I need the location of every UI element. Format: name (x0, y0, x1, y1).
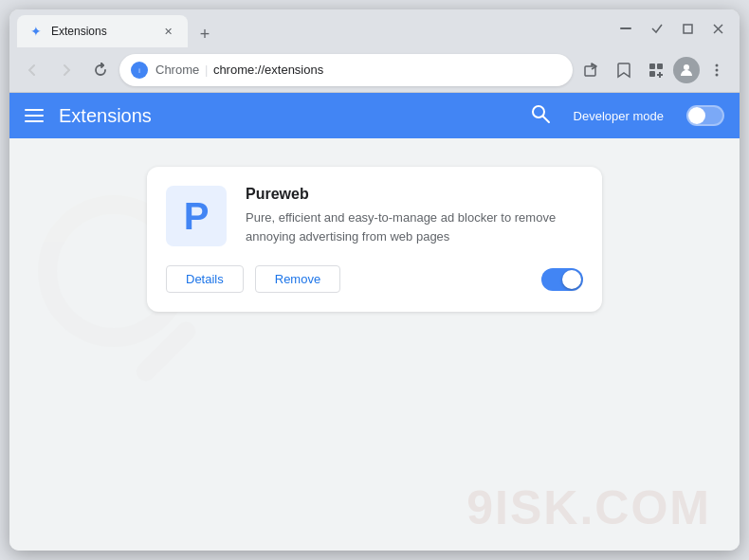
bookmark-button[interactable] (609, 55, 639, 85)
address-url: chrome://extensions (213, 63, 323, 77)
tab-close-button[interactable]: ✕ (159, 23, 176, 40)
extension-description: Pure, efficient and easy-to-manage ad bl… (246, 208, 583, 245)
hamburger-menu[interactable] (25, 109, 44, 122)
minimize-icon (620, 27, 631, 29)
hamburger-line-3 (25, 120, 44, 122)
svg-line-14 (542, 116, 549, 122)
window-controls (614, 14, 732, 43)
hamburger-line-2 (25, 115, 44, 117)
reload-button[interactable] (85, 55, 116, 85)
watermark-text: 9ISK.COM (466, 484, 711, 532)
ext-toggle-knob (562, 270, 581, 289)
developer-mode-label: Developer mode (574, 109, 664, 123)
address-bar[interactable]: i Chrome | chrome://extensions (119, 54, 573, 86)
profile-button[interactable] (673, 57, 700, 83)
developer-mode-toggle[interactable] (686, 105, 724, 126)
extension-icon-container: P (166, 186, 227, 246)
svg-point-11 (716, 68, 719, 71)
svg-rect-6 (649, 63, 655, 69)
watermark: 9ISK.COM (466, 484, 711, 532)
tab-title: Extensions (51, 25, 152, 38)
close-button[interactable] (703, 14, 732, 43)
active-tab[interactable]: ✦ Extensions ✕ (17, 15, 188, 47)
browser-toolbar: i Chrome | chrome://extensions (9, 47, 740, 93)
svg-point-9 (684, 64, 689, 70)
tab-puzzle-icon: ✦ (28, 24, 44, 39)
maximize-button[interactable] (673, 14, 702, 43)
svg-point-12 (716, 73, 719, 76)
site-name: Chrome (155, 63, 199, 77)
share-button[interactable] (576, 55, 607, 85)
extension-info: Pureweb Pure, efficient and easy-to-mana… (246, 186, 583, 245)
svg-rect-0 (684, 25, 692, 33)
header-search-button[interactable] (530, 103, 551, 129)
extensions-button[interactable] (641, 55, 671, 85)
details-button[interactable]: Details (166, 265, 244, 293)
card-top: P Pureweb Pure, efficient and easy-to-ma… (166, 186, 583, 246)
address-separator: | (205, 63, 211, 77)
menu-button[interactable] (702, 55, 732, 85)
extensions-page-title: Extensions (59, 105, 515, 127)
remove-button[interactable]: Remove (255, 265, 340, 293)
svg-rect-16 (133, 318, 200, 386)
address-text: Chrome | chrome://extensions (155, 63, 561, 77)
extension-enable-toggle[interactable] (541, 268, 583, 291)
card-bottom: Details Remove (166, 265, 583, 293)
svg-point-10 (716, 63, 719, 66)
svg-rect-8 (649, 71, 655, 77)
extension-icon-letter: P (184, 195, 210, 238)
new-tab-button[interactable]: + (192, 21, 218, 47)
toolbar-actions (576, 55, 732, 85)
tab-area: ✦ Extensions ✕ + (17, 9, 603, 47)
extension-card: P Pureweb Pure, efficient and easy-to-ma… (147, 167, 602, 312)
toggle-knob (688, 107, 705, 124)
forward-button[interactable] (51, 55, 82, 85)
back-button[interactable] (17, 55, 47, 85)
extension-name: Pureweb (246, 186, 583, 203)
browser-window: ✦ Extensions ✕ + (9, 9, 740, 551)
svg-rect-7 (657, 63, 663, 69)
site-security-icon: i (131, 62, 148, 79)
title-bar: ✦ Extensions ✕ + (9, 9, 740, 47)
minimize-button[interactable] (643, 14, 671, 43)
main-content: 9ISK.COM P Pureweb Pure, efficient and e… (9, 138, 740, 551)
extensions-header: Extensions Developer mode (9, 93, 740, 138)
hamburger-line-1 (25, 109, 44, 111)
